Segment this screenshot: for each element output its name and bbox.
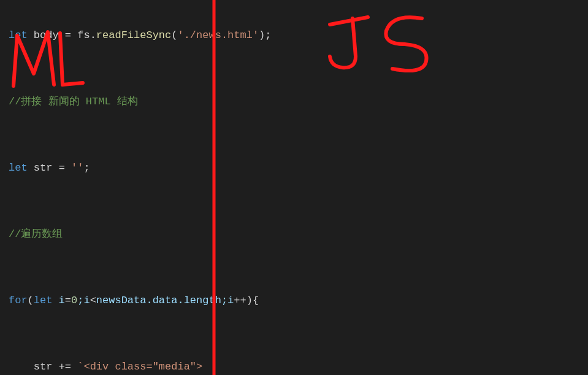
token: < (90, 295, 96, 306)
code-line[interactable]: //拼接 新闻的 HTML 结构 (0, 93, 588, 110)
token: i (52, 295, 64, 306)
token: ); (259, 29, 271, 41)
token: ; (83, 162, 90, 174)
token: str (28, 162, 59, 174)
token: = (65, 295, 71, 306)
token: ( (171, 29, 177, 41)
code-line[interactable]: str += `<div class="media"> (0, 358, 588, 375)
token-keyword: for (9, 295, 28, 306)
token: ++ (234, 295, 246, 306)
token (65, 162, 71, 174)
token-string: '' (71, 162, 83, 174)
token: ) (246, 295, 253, 306)
token-string: <div class="media"> (83, 361, 202, 373)
code-line[interactable]: //遍历数组 (0, 226, 588, 242)
token (71, 361, 77, 373)
token-comment: //遍历数组 (9, 228, 63, 240)
token: { (253, 295, 259, 306)
code-line[interactable]: let str = ''; (0, 160, 588, 176)
token: ;i (77, 295, 90, 306)
token: = (59, 162, 65, 174)
token-string: './news.html' (177, 29, 259, 41)
token: body (28, 29, 65, 41)
token-number: 0 (71, 295, 77, 306)
token-comment: //拼接 新闻的 HTML 结构 (9, 96, 138, 107)
token-keyword: let (9, 162, 28, 174)
token-keyword: let (9, 29, 28, 41)
token: = (65, 29, 71, 41)
code-line[interactable]: let body = fs.readFileSync('./news.html'… (0, 27, 588, 44)
code-editor[interactable]: let body = fs.readFileSync('./news.html'… (0, 0, 588, 375)
token: str (9, 361, 59, 373)
token: ` (77, 361, 83, 373)
code-line[interactable]: for(let i=0;i<newsData.data.length;i++){ (0, 292, 588, 309)
token: ( (28, 295, 34, 306)
token: newsData.data.length;i (96, 295, 234, 306)
token: += (59, 361, 71, 373)
token: fs. (71, 29, 96, 41)
token-keyword: let (34, 295, 53, 306)
token-fn: readFileSync (96, 29, 171, 41)
